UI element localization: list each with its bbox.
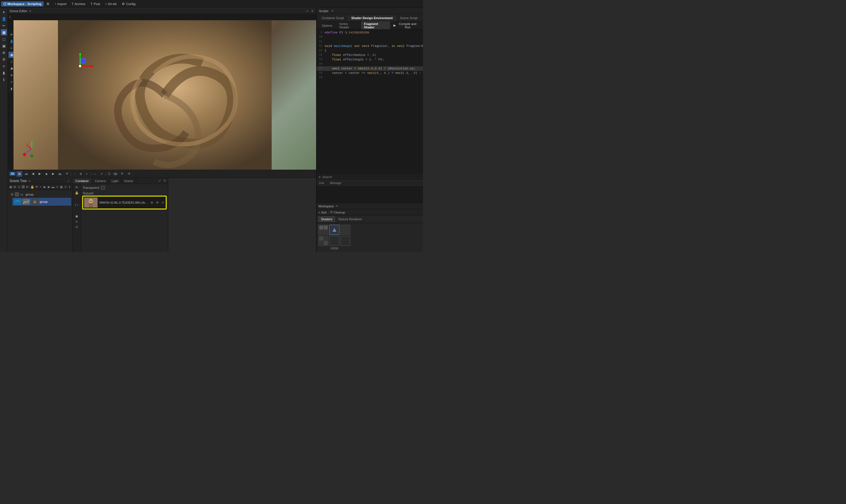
scene-tree-play2[interactable]: ▶ (43, 184, 47, 189)
ci-axis[interactable]: y ,y (74, 202, 79, 207)
playback-loop[interactable]: ↺ (64, 171, 69, 177)
ci-eye[interactable]: 👁 (74, 185, 79, 190)
center-area: Scene Editor ✕ ⤢ ✕ 1 👁 👤 ✏ ▦ ◻ ▣ (8, 8, 316, 252)
tab-camera[interactable]: Camera (92, 178, 109, 184)
playback-next[interactable]: ▶ (50, 171, 56, 177)
scene-tree-tool3[interactable]: ⊡ (17, 184, 21, 189)
playback-plus[interactable]: + (84, 171, 89, 177)
shader-vertex-tab[interactable]: Vertex Shader (336, 21, 360, 30)
tool-bar-chart[interactable]: ▮ (1, 70, 7, 76)
scene-tree-maximize[interactable]: ⤢ (66, 179, 71, 183)
add-button[interactable]: + Add (318, 211, 327, 214)
ws-tab-texture-renderer[interactable]: Texture Renderer (335, 217, 364, 222)
archive-btn[interactable]: T Archive (69, 2, 88, 6)
scene-tree-toolbar: ▦ ⊞ ⊡ 🖼 ⊗ 🔒 👁 + ▶ ▶ ▬ ≡ ▦ ↺ ℹ (8, 184, 72, 190)
playback-next-end[interactable]: ⏭ (57, 171, 63, 177)
tab-scene[interactable]: Scene (121, 178, 136, 184)
texture-eye2[interactable]: 👁 (155, 200, 159, 205)
cleanup-button[interactable]: ⟳ Cleanup (330, 211, 345, 214)
code-editor[interactable]: 9 #define PI 3.14159265359 10 11 12 void… (317, 29, 423, 173)
playback-all-btn[interactable]: All (10, 172, 16, 176)
scene-tree-tool4[interactable]: 🖼 (21, 184, 25, 189)
settings-btn[interactable]: ⚙ (44, 1, 52, 6)
playback-prev[interactable]: ◀ (30, 171, 36, 177)
tool-grid[interactable]: ▦ (1, 29, 7, 35)
tool-box[interactable]: ▣ (1, 43, 7, 49)
import-btn[interactable]: ↑ Import (52, 2, 69, 6)
on-air-btn[interactable]: ● On Air (103, 2, 119, 6)
tab-container[interactable]: Container (72, 178, 92, 184)
maximize-btn[interactable]: ⤢ (305, 9, 309, 13)
scene-tree-play3[interactable]: ▶ (47, 184, 51, 189)
workspace-close[interactable]: ✕ (335, 204, 338, 208)
close-btn[interactable]: ✕ (310, 9, 314, 13)
main-layout: ✦ 👤 ✏ ▦ ◻ ▣ ⊕ ⚙ ≡ ▮ ℹ Scene Editor ✕ ⤢ ✕ (0, 8, 423, 252)
compile-run-button[interactable]: ▶ Compile and Run (391, 21, 421, 30)
playback-rotate[interactable]: ↻ (120, 171, 125, 177)
scene-tree-eye[interactable]: 👁 (35, 184, 38, 189)
shader-cell-5[interactable] (329, 236, 340, 246)
post-btn[interactable]: T Post (88, 2, 102, 6)
playback-minus[interactable]: − (72, 171, 77, 177)
tab-scene-script[interactable]: Scene Script (397, 15, 421, 20)
workspace-icon: ⬡ (3, 2, 6, 6)
tab-shader-design[interactable]: Shader Design Environment (348, 15, 396, 20)
ci-swirl[interactable]: ↺ (74, 225, 79, 229)
tool-person[interactable]: 👤 (1, 16, 7, 22)
playback-counter: 0 (79, 172, 83, 176)
scene-tree-info[interactable]: ℹ (68, 184, 71, 189)
texture-gear[interactable]: ⚙ (150, 200, 154, 205)
container-close[interactable]: ✕ (162, 179, 167, 183)
tool-shape[interactable]: ◻ (1, 36, 7, 42)
scene-tree-lock[interactable]: 🔒 (30, 184, 34, 189)
shader-cell-2[interactable] (329, 225, 340, 235)
shader-fragment-tab[interactable]: Fragment Shader (361, 21, 390, 30)
scene-tree-tool5[interactable]: ⊗ (25, 184, 29, 189)
playback-stop[interactable]: ■ (44, 171, 49, 177)
scene-tree-grid2[interactable]: ▦ (59, 184, 63, 189)
transparent-checkbox[interactable] (101, 186, 105, 190)
container-maximize[interactable]: ⤢ (157, 179, 162, 183)
container-controls: ⤢ ✕ (156, 179, 168, 183)
tool-target[interactable]: ⊕ (1, 50, 7, 56)
playback-filmstrip[interactable]: ▣ (17, 171, 22, 177)
shader-options-tab[interactable]: Options (319, 23, 335, 28)
shader-cell-1[interactable] (318, 225, 328, 235)
scripts-close[interactable]: ✕ (331, 9, 334, 13)
tool-brush[interactable]: ✏ (1, 22, 7, 29)
tool-info[interactable]: ℹ (1, 76, 7, 83)
playback-arrows[interactable]: ↔ (92, 171, 98, 177)
tab-container-script[interactable]: Container Script (318, 15, 347, 20)
tab-light[interactable]: Light (109, 178, 121, 184)
playback-expand[interactable]: ⤢ (99, 171, 104, 177)
playback-prev-end[interactable]: ⏮ (23, 171, 29, 177)
scene-editor-close[interactable]: ✕ (29, 9, 32, 13)
playback-spin[interactable]: ↺ (126, 171, 132, 177)
playback-play[interactable]: ▶ (37, 171, 42, 177)
search-toggle[interactable]: Search (322, 175, 332, 179)
tree-item-group2[interactable]: group (12, 198, 71, 206)
tree-item-group1[interactable]: xy group (9, 191, 71, 198)
shader-cell-3[interactable] (340, 225, 350, 235)
config-btn[interactable]: ⚙ Config (120, 1, 138, 6)
shader-cell-4[interactable] (318, 236, 328, 246)
scene-tree-close[interactable]: ✕ (28, 179, 31, 183)
scene-tree-refresh[interactable]: ↺ (64, 184, 67, 189)
tool-select[interactable]: ✦ (1, 9, 7, 15)
ci-star[interactable]: ✦ (74, 219, 79, 224)
texture-row[interactable]: 99WON-42-ML-0-TEASER1-BM-Lifes... ⚙ 👁 ↺ (83, 196, 166, 209)
code-line-19: 19 (317, 75, 423, 80)
ci-lock[interactable]: 🔒 (74, 191, 79, 195)
tool-gear[interactable]: ⚙ (1, 56, 7, 62)
texture-refresh[interactable]: ↺ (160, 200, 165, 205)
scene-tree-rows[interactable]: ≡ (55, 184, 59, 189)
tool-layers[interactable]: ≡ (1, 63, 7, 69)
ci-shape[interactable]: ⬟ (74, 214, 79, 219)
shader-cell-6[interactable] (340, 236, 350, 246)
ws-tab-shaders[interactable]: Shaders (318, 217, 335, 222)
scene-tree-plus[interactable]: + (39, 184, 42, 189)
scene-tree-columns[interactable]: ▬ (51, 184, 55, 189)
scene-tree-tool2[interactable]: ⊞ (13, 184, 17, 189)
workspace-tab[interactable]: ⬡ Workspace - Scripting (1, 1, 44, 6)
scene-tree-tool1[interactable]: ▦ (9, 184, 13, 189)
